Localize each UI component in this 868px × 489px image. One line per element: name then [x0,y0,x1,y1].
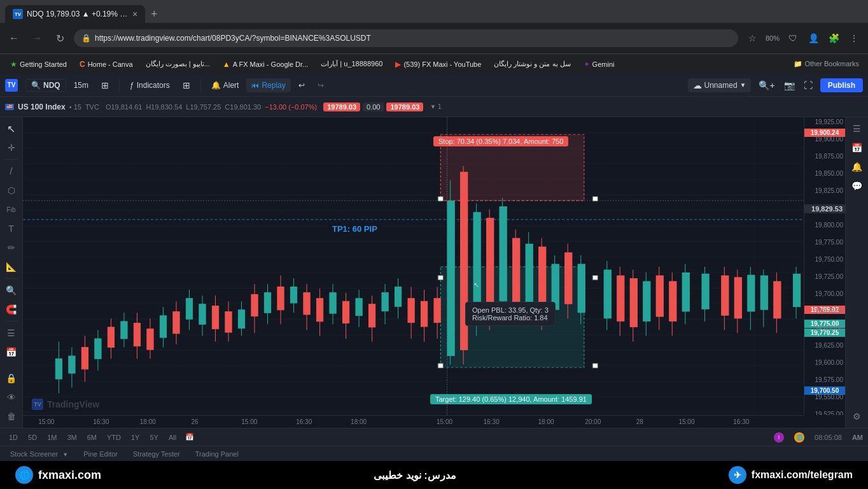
forward-button[interactable]: → [28,29,46,47]
time-label-11: 15:00 [678,418,694,425]
timeframe-1d[interactable]: 1D [5,432,22,443]
trend-line-tool[interactable]: / [3,162,20,180]
svg-rect-109 [604,269,612,318]
time-axis: 15:00 16:30 18:00 26 15:00 16:30 18:00 1… [23,415,804,428]
bookmark-fxmaxi-drive[interactable]: ▲ A FX Maxi - Google Dr... [218,59,313,70]
redo-button[interactable]: ↪ [312,78,329,92]
strategy-tester-tab[interactable]: Strategy Tester [128,449,185,459]
trash-icon[interactable]: 🗑 [3,408,20,425]
symbol-search[interactable]: 🔍 NDQ [25,79,66,92]
svg-rect-73 [304,293,310,315]
svg-rect-99 [526,244,533,307]
price-19750: 19,750.00 [815,256,844,263]
alert-icon: 🔔 [211,81,221,90]
price-19925: 19,925.00 [815,118,844,125]
calendar-icon[interactable]: 📅 [848,139,866,157]
svg-rect-107 [578,264,585,313]
profile-button[interactable]: 👤 [804,29,822,47]
price-19875: 19,875.00 [815,153,844,160]
svg-rect-133 [773,281,781,319]
eye-icon[interactable]: 👁 [3,388,20,406]
price-19550: 19,550.00 [815,393,844,400]
timeframe-6m[interactable]: 6M [83,432,101,443]
timeframe-5d[interactable]: 5D [24,432,41,443]
svg-rect-29 [69,356,75,373]
back-button[interactable]: ← [5,29,23,47]
publish-button[interactable]: Publish [820,78,863,92]
bookmark-gemini[interactable]: ✦ Gemini [578,59,620,70]
toolbar-separator-1 [119,79,120,92]
chart-type-button[interactable]: ⊞ [96,78,114,93]
pine-editor-tab[interactable]: Pine Editor [78,449,123,459]
chat-icon[interactable]: 💬 [848,177,866,195]
bookmark-canva[interactable]: C Home - Canva [74,59,138,70]
address-bar: ← → ↻ 🔒 https://www.tradingview.com/char… [0,23,868,53]
measure-tool[interactable]: 📐 [3,258,20,276]
stock-screener-tab[interactable]: Stock Screener ▼ [5,449,73,459]
new-tab-button[interactable]: + [145,5,163,23]
bookmark-star-button[interactable]: ☆ [743,29,761,47]
zoom-tool[interactable]: 🔍 [3,281,20,299]
extensions-button[interactable]: 🧩 [825,29,843,47]
screener-chevron: ▼ [62,451,68,458]
bookmark-youtube[interactable]: ▶ (539) FX Maxi - YouTube [390,59,486,70]
shapes-tool[interactable]: ⬡ [3,181,20,199]
svg-rect-49 [356,299,362,316]
time-label-2: 16:30 [93,418,109,425]
bookmark-taypo[interactable]: تایپو | بصورت رایگان... [141,59,215,69]
fib-tool[interactable]: Fib [3,201,20,218]
address-input[interactable]: 🔒 https://www.tradingview.com/chart/08PD… [74,29,738,47]
refresh-button[interactable]: ↻ [51,29,69,47]
timeframe-1m[interactable]: 1M [43,432,60,443]
svg-rect-39 [199,304,206,325]
indicator-1[interactable]: ! [774,432,784,443]
brush-tool[interactable]: ✏ [3,239,20,257]
text-tool[interactable]: T [3,220,20,237]
timeframe-3m[interactable]: 3M [63,432,80,443]
bookmark-getting-started[interactable]: ★ Getting Started [5,59,72,70]
price-19775: 19,775.00 [815,239,844,246]
tv-statusbar: Stock Screener ▼ Pine Editor Strategy Te… [0,446,868,461]
watchlist-icon[interactable]: ☰ [848,120,866,138]
extension-shield[interactable]: 🛡 [784,29,802,47]
calendar-range-icon[interactable]: 📅 [185,433,194,441]
redo-icon: ↪ [318,81,324,90]
timeframe-1y[interactable]: 1Y [127,432,143,443]
chart-container[interactable]: ↖ Stop: 70.34 (0.35%) 7,034, Amount: 750… [23,117,845,428]
undo-button[interactable]: ↩ [293,78,310,92]
unnamed-button[interactable]: ☁ Unnamed ▼ [688,78,752,92]
settings-icon[interactable]: ⚙ [848,408,866,425]
indicator-2[interactable]: 🌐 [794,432,804,443]
undo-icon: ↩ [298,81,305,90]
snapshot-button[interactable]: 📷 [780,78,799,92]
time-label-1: 15:00 [38,418,54,425]
alert-button[interactable]: 🔔 Alert [206,78,244,92]
bookmark-text[interactable]: سل به متن و نوشتار رایگان [489,59,575,69]
timeframe-5y[interactable]: 5Y [146,432,162,443]
svg-rect-97 [512,238,520,304]
calendar-tool[interactable]: 📅 [3,343,20,361]
replay-button[interactable]: ⏮ Replay [246,78,290,92]
price-19800: 19,800.00 [815,222,844,229]
trading-panel-tab[interactable]: Trading Panel [190,449,244,459]
timeframe-all[interactable]: All [165,432,180,443]
indicators-button[interactable]: ƒ Indicators [125,78,175,92]
replay-label: Replay [262,81,285,90]
alert-panel-icon[interactable]: 🔔 [848,158,866,176]
svg-rect-111 [617,276,624,322]
templates-button[interactable]: ⊞ [178,78,195,93]
bookmark-aparat[interactable]: آبارات | u_18888960 [316,59,388,69]
cursor-tool[interactable]: ↖ [3,120,20,138]
timeframe-ytd[interactable]: YTD [103,432,125,443]
zoom-in-button[interactable]: 🔍+ [755,78,778,92]
crosshair-tool[interactable]: ✛ [3,139,20,157]
other-bookmarks[interactable]: 📁 Other Bookmarks [790,59,863,69]
magnet-tool[interactable]: 🧲 [3,301,20,318]
menu-button[interactable]: ⋮ [845,29,863,47]
interval-button[interactable]: 15m [69,78,94,92]
active-tab[interactable]: TV NDQ 19,789.03 ▲ +0.19% Unna... × [5,5,145,23]
fullscreen-button[interactable]: ⛶ [800,78,816,92]
lock-icon[interactable]: 🔒 [3,369,20,387]
tab-close-button[interactable]: × [132,9,137,19]
watchlist-tool[interactable]: ☰ [3,324,20,342]
